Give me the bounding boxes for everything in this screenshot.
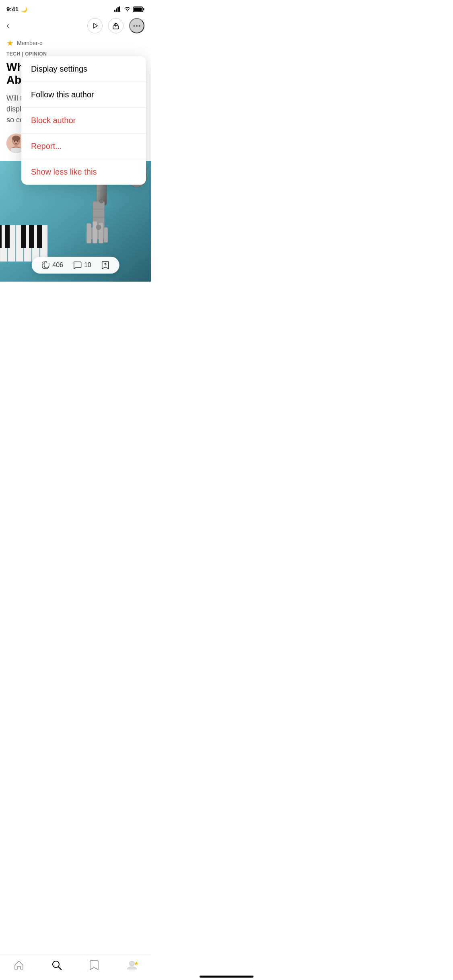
svg-marker-8	[94, 23, 97, 28]
star-icon: ★	[6, 38, 14, 48]
share-icon	[113, 22, 119, 29]
svg-rect-33	[29, 225, 34, 248]
status-bar: 9:41 🌙	[0, 0, 151, 15]
svg-rect-3	[119, 6, 120, 12]
comment-icon	[73, 261, 82, 270]
svg-point-42	[99, 199, 103, 203]
save-icon	[101, 261, 110, 270]
svg-rect-21	[10, 148, 22, 153]
more-button[interactable]	[129, 18, 144, 33]
svg-rect-30	[0, 225, 2, 248]
comment-count: 10	[84, 261, 91, 269]
svg-rect-7	[143, 8, 144, 10]
clap-count: 406	[52, 261, 63, 269]
clap-icon	[41, 261, 50, 270]
dropdown-follow-author[interactable]: Follow this author	[21, 82, 146, 108]
play-icon	[92, 23, 98, 29]
clap-action[interactable]: 406	[41, 261, 63, 270]
svg-rect-41	[104, 227, 108, 243]
svg-rect-39	[93, 221, 97, 243]
dropdown-display-settings[interactable]: Display settings	[21, 56, 146, 82]
svg-rect-2	[117, 7, 119, 12]
svg-rect-34	[37, 225, 42, 248]
nav-right	[87, 18, 144, 33]
wifi-icon	[124, 6, 131, 12]
dropdown-report[interactable]: Report...	[21, 134, 146, 159]
article-category: TECH | OPINION	[6, 51, 144, 57]
action-bar: 406 10	[31, 257, 119, 274]
status-time: 9:41 🌙	[6, 6, 27, 12]
member-text: Member-o	[17, 40, 43, 46]
moon-icon: 🌙	[21, 6, 27, 12]
dropdown-show-less[interactable]: Show less like this	[21, 159, 146, 185]
play-button[interactable]	[87, 18, 103, 33]
dropdown-block-author[interactable]: Block author	[21, 108, 146, 134]
svg-point-12	[139, 25, 140, 27]
svg-rect-6	[134, 7, 142, 11]
share-button[interactable]	[108, 18, 124, 33]
nav-bar: ‹	[0, 15, 151, 38]
member-badge: ★ Member-o	[6, 38, 144, 48]
signal-icon	[114, 6, 121, 12]
comment-action[interactable]: 10	[73, 261, 91, 270]
dropdown-menu: Display settings Follow this author Bloc…	[21, 56, 146, 185]
battery-icon	[133, 6, 144, 12]
svg-rect-38	[86, 223, 91, 243]
svg-rect-20	[14, 145, 18, 148]
status-icons	[114, 6, 144, 12]
svg-point-18	[14, 141, 15, 142]
svg-point-4	[127, 10, 128, 11]
svg-point-16	[12, 136, 20, 141]
svg-rect-0	[114, 10, 115, 12]
svg-point-10	[134, 25, 135, 27]
back-button[interactable]: ‹	[6, 19, 12, 33]
more-icon	[133, 25, 140, 27]
svg-rect-32	[21, 225, 26, 248]
svg-rect-1	[116, 8, 117, 12]
svg-point-19	[17, 141, 19, 142]
svg-rect-31	[5, 225, 10, 248]
svg-point-43	[96, 225, 101, 230]
nav-left: ‹	[6, 19, 12, 33]
svg-point-11	[136, 25, 138, 27]
save-action[interactable]	[101, 261, 110, 270]
